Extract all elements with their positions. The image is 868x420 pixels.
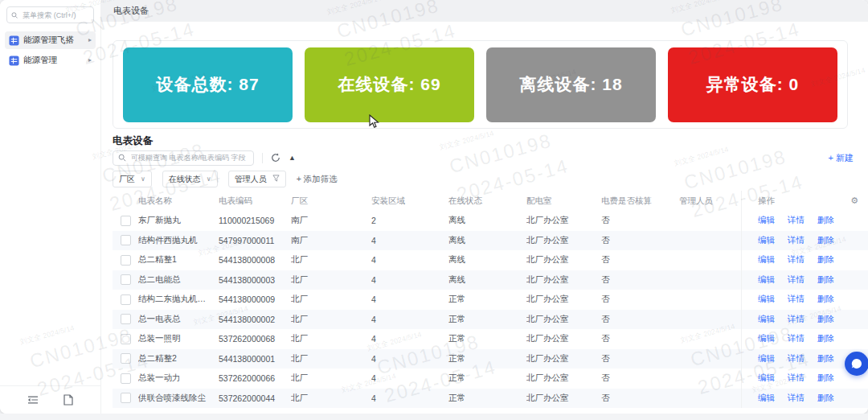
collapse-panel-icon[interactable]: [289, 154, 296, 162]
help-float-button[interactable]: [845, 352, 868, 376]
action-link[interactable]: 编辑: [758, 274, 775, 286]
action-link[interactable]: 详情: [788, 254, 805, 266]
add-filter-button[interactable]: + 添加筛选: [297, 174, 338, 185]
column-header-actions: 操作: [741, 191, 868, 211]
row-cell-area: 4: [371, 255, 448, 265]
filter-chip[interactable]: 厂区: [113, 171, 152, 187]
column-header: 配电室: [526, 196, 601, 207]
table-row: 结构件西抛丸机547997000011南厂4离线北厂办公室否编辑详情删除: [113, 231, 868, 251]
action-link[interactable]: 详情: [788, 235, 805, 246]
row-checkbox[interactable]: [121, 393, 131, 403]
action-link[interactable]: 删除: [817, 215, 834, 226]
row-actions: 编辑详情删除: [741, 211, 868, 231]
action-link[interactable]: 编辑: [758, 353, 775, 364]
row-checkbox[interactable]: [121, 334, 131, 344]
row-checkbox[interactable]: [121, 373, 131, 384]
row-cell-status: 正常: [448, 353, 526, 364]
row-cell-billing: 否: [601, 353, 679, 364]
table-row: 总一电表总544138000002北厂4正常北厂办公室否编辑详情删除: [113, 310, 868, 330]
row-checkbox[interactable]: [121, 294, 131, 305]
row-cell-code: 544138000009: [219, 294, 291, 304]
action-link[interactable]: 编辑: [758, 314, 775, 325]
menu-search-input[interactable]: [21, 10, 89, 20]
collapse-sidebar-icon[interactable]: [27, 395, 39, 405]
row-checkbox[interactable]: [121, 235, 131, 245]
column-header: 电费是否核算: [601, 196, 679, 207]
stat-cards: 设备总数: 87在线设备: 69离线设备: 18异常设备: 0: [113, 40, 848, 129]
action-link[interactable]: 编辑: [758, 235, 775, 246]
row-cell-status: 正常: [448, 314, 526, 325]
action-link[interactable]: 详情: [788, 353, 805, 364]
new-button[interactable]: + 新建: [829, 152, 854, 164]
action-link[interactable]: 编辑: [758, 373, 775, 384]
table-search-box[interactable]: [113, 150, 254, 166]
row-checkbox[interactable]: [121, 274, 131, 285]
row-checkbox[interactable]: [121, 353, 131, 364]
menu-search-box[interactable]: [6, 6, 94, 23]
action-link[interactable]: 删除: [817, 235, 834, 246]
action-link[interactable]: 详情: [788, 393, 805, 404]
action-link[interactable]: 详情: [788, 333, 805, 344]
row-checkbox[interactable]: [121, 255, 131, 266]
action-link[interactable]: 删除: [817, 314, 834, 325]
row-cell-code: 537262000068: [219, 334, 291, 344]
gear-icon[interactable]: [850, 196, 858, 206]
action-link[interactable]: 详情: [788, 373, 805, 384]
row-actions: 编辑详情删除: [741, 250, 868, 270]
action-link[interactable]: 删除: [817, 254, 834, 266]
action-link[interactable]: 编辑: [758, 393, 775, 404]
row-cell-billing: 否: [601, 235, 679, 246]
filter-bar: 厂区在线状态管理人员+ 添加筛选: [113, 171, 338, 187]
filter-chip[interactable]: 管理人员: [228, 171, 286, 187]
action-link[interactable]: 详情: [788, 314, 805, 325]
stat-card: 离线设备: 18: [486, 47, 656, 122]
table-header-row: 电表名称电表编码厂区安装区域在线状态配电室电费是否核算管理人员操作: [113, 191, 868, 211]
row-actions: 编辑详情删除: [741, 231, 868, 251]
action-link[interactable]: 详情: [788, 215, 805, 226]
table-row: 供联合喷漆线除尘537262000044北厂4正常北厂办公室否编辑详情删除: [113, 389, 868, 409]
document-icon[interactable]: [63, 394, 73, 406]
table-search-input[interactable]: [129, 153, 248, 163]
row-cell-name: 总二精整2: [138, 353, 219, 364]
row-cell-status: 正常: [448, 373, 526, 384]
row-cell-status: 离线: [448, 274, 526, 286]
action-link[interactable]: 详情: [788, 274, 805, 286]
filter-chip-label: 管理人员: [235, 174, 267, 185]
action-link[interactable]: 删除: [817, 333, 834, 344]
stat-card: 在线设备: 69: [305, 47, 474, 122]
row-checkbox[interactable]: [121, 314, 131, 324]
row-cell-status: 离线: [448, 215, 526, 226]
action-link[interactable]: 编辑: [758, 254, 775, 266]
table-row: 结构二东抛丸机电表544138000009北厂4正常北厂办公室否编辑详情删除: [113, 290, 868, 310]
chevron-right-icon: [88, 37, 92, 43]
row-cell-room: 北厂办公室: [526, 393, 601, 404]
row-cell-area: 4: [371, 315, 448, 324]
sidebar-item-energy-feida[interactable]: 能源管理飞搭: [5, 31, 96, 49]
sidebar-item-energy[interactable]: 能源管理: [5, 51, 96, 69]
row-cell-name: 总二精整1: [138, 254, 219, 266]
row-cell-plant: 南厂: [291, 215, 371, 226]
row-cell-room: 北厂办公室: [526, 274, 601, 286]
action-link[interactable]: 删除: [817, 353, 834, 364]
row-checkbox[interactable]: [121, 216, 131, 226]
row-cell-code: 547997000011: [219, 236, 291, 245]
action-link[interactable]: 编辑: [758, 294, 775, 305]
action-link[interactable]: 删除: [817, 294, 834, 305]
row-cell-billing: 否: [601, 274, 679, 286]
row-cell-room: 北厂办公室: [526, 333, 601, 344]
row-cell-billing: 否: [601, 333, 679, 344]
search-icon: [11, 11, 18, 19]
action-link[interactable]: 编辑: [758, 333, 775, 344]
action-link[interactable]: 删除: [817, 373, 834, 384]
row-cell-room: 北厂办公室: [526, 314, 601, 325]
action-link[interactable]: 编辑: [758, 215, 775, 226]
filter-chip[interactable]: 在线状态: [162, 171, 218, 187]
refresh-icon[interactable]: [271, 153, 280, 163]
action-link[interactable]: 详情: [788, 294, 805, 305]
tab-meter-devices[interactable]: 电表设备: [113, 5, 149, 17]
row-cell-name: 总一电表总: [138, 314, 219, 325]
row-cell-name: 总装一照明: [138, 333, 219, 344]
row-cell-status: 正常: [448, 294, 526, 305]
action-link[interactable]: 删除: [817, 393, 834, 404]
action-link[interactable]: 删除: [817, 274, 834, 286]
